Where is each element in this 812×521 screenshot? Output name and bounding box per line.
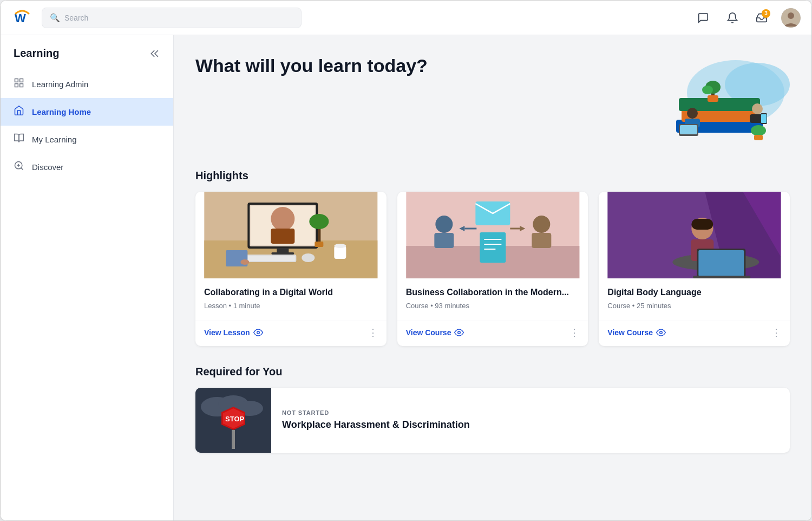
app-frame: W 🔍 Search 3 — [0, 0, 812, 521]
card-body-1: Collaborating in a Digital World Lesson … — [195, 278, 387, 314]
highlights-section-title: Highlights — [195, 170, 790, 182]
course-card-1: Collaborating in a Digital World Lesson … — [195, 192, 387, 346]
svg-rect-28 — [761, 114, 767, 123]
card-footer-2: View Course ⋮ — [397, 321, 588, 346]
svg-point-42 — [302, 253, 315, 262]
svg-rect-20 — [708, 95, 718, 102]
required-row: STOP NOT STARTED Workplace Harassment & … — [195, 388, 790, 453]
sidebar-item-discover[interactable]: Discover — [1, 153, 173, 181]
chat-button[interactable] — [693, 8, 713, 28]
svg-rect-58 — [480, 232, 506, 263]
card-title-1: Collaborating in a Digital World — [204, 287, 378, 298]
card-title-3: Digital Body Language — [607, 287, 781, 298]
svg-point-49 — [240, 259, 249, 265]
required-body: NOT STARTED Workplace Harassment & Discr… — [271, 401, 481, 439]
home-icon — [14, 105, 24, 119]
card-more-button-2[interactable]: ⋮ — [569, 327, 579, 338]
svg-text:STOP: STOP — [225, 415, 244, 423]
svg-rect-83 — [232, 430, 235, 449]
svg-rect-45 — [315, 242, 323, 247]
svg-rect-4 — [15, 79, 18, 82]
card-image-1 — [195, 192, 387, 278]
sidebar-item-label: Learning Admin — [32, 80, 88, 89]
sidebar-item-my-learning[interactable]: My Learning — [1, 126, 173, 153]
top-header: W 🔍 Search 3 — [1, 1, 811, 35]
workday-logo[interactable]: W — [11, 7, 33, 29]
card-footer-3: View Course ⋮ — [599, 321, 790, 346]
svg-rect-37 — [271, 229, 294, 244]
card-body-3: Digital Body Language Course • 25 minute… — [599, 278, 790, 314]
card-more-button-1[interactable]: ⋮ — [368, 327, 378, 338]
highlights-grid: Collaborating in a Digital World Lesson … — [195, 192, 790, 346]
hero-illustration — [627, 55, 790, 152]
card-title-2: Business Collaboration in the Modern... — [406, 287, 580, 298]
required-title: Workplace Harassment & Discrimination — [282, 419, 470, 431]
svg-point-44 — [309, 214, 329, 229]
required-image: STOP — [195, 388, 271, 453]
svg-rect-41 — [243, 256, 295, 261]
sidebar-title: Learning — [14, 47, 59, 60]
user-avatar[interactable] — [781, 8, 801, 28]
svg-rect-72 — [699, 250, 744, 276]
svg-rect-69 — [692, 219, 713, 230]
svg-rect-30 — [754, 135, 763, 140]
card-body-2: Business Collaboration in the Modern... … — [397, 278, 588, 314]
sidebar-item-label: Learning Home — [32, 107, 91, 116]
svg-rect-7 — [15, 84, 18, 87]
svg-point-21 — [687, 108, 698, 119]
svg-rect-5 — [20, 79, 23, 82]
svg-point-50 — [257, 331, 259, 334]
view-lesson-text-1: View Lesson — [204, 328, 250, 337]
required-status: NOT STARTED — [282, 409, 470, 416]
sidebar-header: Learning — [1, 35, 173, 66]
admin-icon — [14, 77, 24, 91]
course-card-3: Digital Body Language Course • 25 minute… — [599, 192, 790, 346]
search-placeholder: Search — [64, 14, 88, 22]
svg-line-9 — [21, 168, 23, 170]
svg-point-25 — [752, 103, 763, 114]
view-course-text-3: View Course — [607, 328, 653, 337]
svg-point-55 — [533, 216, 550, 233]
header-icons: 3 — [693, 8, 801, 28]
view-course-link-2[interactable]: View Course — [406, 328, 464, 337]
card-more-button-3[interactable]: ⋮ — [771, 327, 781, 338]
card-image-3 — [599, 192, 790, 278]
svg-point-3 — [788, 12, 794, 19]
course-card-2: Business Collaboration in the Modern... … — [397, 192, 588, 346]
notification-button[interactable] — [723, 8, 742, 28]
search-bar[interactable]: 🔍 Search — [42, 8, 302, 28]
app-body: Learning Learning Admin — [1, 35, 811, 520]
svg-point-75 — [660, 331, 663, 334]
discover-icon — [14, 160, 24, 174]
svg-rect-54 — [434, 233, 454, 248]
svg-point-29 — [751, 125, 766, 136]
inbox-badge: 3 — [762, 9, 770, 18]
book-icon — [14, 133, 24, 146]
sidebar-item-learning-admin[interactable]: Learning Admin — [1, 70, 173, 98]
svg-rect-39 — [271, 252, 294, 255]
sidebar-item-label: Discover — [32, 162, 63, 172]
card-meta-1: Lesson • 1 minute — [204, 302, 378, 310]
sidebar-collapse-button[interactable] — [149, 48, 160, 59]
svg-rect-56 — [532, 233, 551, 248]
view-course-text-2: View Course — [406, 328, 451, 337]
card-meta-3: Course • 25 minutes — [607, 302, 781, 310]
card-image-2 — [397, 192, 588, 278]
card-meta-2: Course • 93 minutes — [406, 302, 580, 310]
search-icon: 🔍 — [50, 13, 60, 23]
view-lesson-link-1[interactable]: View Lesson — [204, 328, 263, 337]
svg-point-36 — [271, 207, 294, 231]
required-section-title: Required for You — [195, 366, 790, 378]
svg-rect-24 — [680, 125, 697, 134]
card-footer-1: View Lesson ⋮ — [195, 321, 387, 346]
sidebar-item-label: My Learning — [32, 135, 77, 144]
hero-section: What will you learn today? — [195, 55, 790, 152]
main-content: What will you learn today? — [174, 35, 811, 520]
inbox-button[interactable]: 3 — [752, 8, 771, 28]
svg-point-53 — [435, 216, 453, 233]
svg-point-19 — [702, 86, 713, 94]
svg-rect-6 — [20, 84, 23, 87]
sidebar-item-learning-home[interactable]: Learning Home — [1, 98, 173, 126]
view-course-link-3[interactable]: View Course — [607, 328, 666, 337]
hero-title: What will you learn today? — [195, 55, 428, 77]
